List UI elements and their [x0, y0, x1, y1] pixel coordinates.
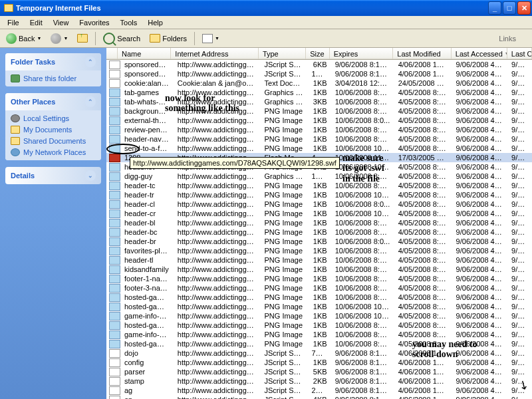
menu-favorites[interactable]: Favorites — [74, 17, 114, 28]
forward-button[interactable]: ▼ — [47, 32, 71, 45]
folder-tasks-header[interactable]: Folder Tasks⌃ — [5, 53, 101, 70]
up-button[interactable]: ↑ — [74, 33, 91, 44]
table-row[interactable]: header-bchttp://www.addictinggames.co...… — [106, 227, 532, 237]
col-modified[interactable]: Last Modified — [393, 48, 452, 59]
search-button[interactable]: Search — [100, 31, 144, 46]
col-type[interactable]: Type — [259, 48, 306, 59]
maximize-button[interactable]: □ — [503, 1, 516, 15]
table-row[interactable]: footer-1-nav-sephttp://www.addictinggame… — [106, 274, 532, 283]
file-icon — [109, 303, 120, 311]
share-folder-link[interactable]: Share this folder — [11, 74, 96, 82]
file-icon — [109, 88, 120, 97]
table-row[interactable]: game-info-sha...http://www.addictinggame… — [106, 330, 532, 339]
other-places-panel: Other Places⌃ Local SettingsMy Documents… — [5, 93, 101, 160]
back-icon — [6, 33, 17, 44]
table-row[interactable]: header-tchttp://www.addictinggames.co...… — [106, 181, 532, 190]
sidebar-item[interactable]: Local Settings — [11, 114, 96, 122]
table-row[interactable]: header-clhttp://www.addictinggames.co...… — [106, 200, 532, 209]
table-row[interactable]: confighttp://www.addictinggames.co...JSc… — [106, 358, 532, 367]
table-row[interactable]: enhttp://www.addictinggames.co...JScript… — [106, 395, 532, 399]
menu-file[interactable]: File — [3, 17, 24, 28]
col-accessed[interactable]: Last Accessed — [452, 48, 507, 59]
file-icon — [109, 321, 120, 330]
titlebar[interactable]: Temporary Internet Files _ □ ✕ — [0, 0, 532, 16]
file-icon — [109, 386, 120, 395]
details-panel: Details⌄ — [5, 167, 101, 184]
table-row[interactable]: header-crhttp://www.addictinggames.co...… — [106, 209, 532, 218]
sidebar-item[interactable]: Shared Documents — [11, 137, 96, 145]
menu-help[interactable]: Help — [143, 17, 168, 28]
menu-tools[interactable]: Tools — [116, 17, 142, 28]
col-address[interactable]: Internet Address — [171, 48, 259, 59]
chevron-up-icon: ⌃ — [85, 57, 96, 67]
sidebar-item[interactable]: My Network Places — [11, 148, 96, 156]
file-icon — [109, 247, 120, 255]
tooltip: http://www.addictinggames.com/D78AQSAKQL… — [130, 157, 340, 169]
file-icon — [109, 275, 120, 283]
folder-icon — [11, 126, 20, 134]
other-places-header[interactable]: Other Places⌃ — [5, 93, 101, 110]
table-row[interactable]: hosted-game-i...http://www.addictinggame… — [106, 293, 532, 302]
table-row[interactable]: background-gr...http://www.addictinggame… — [106, 106, 532, 116]
file-icon — [109, 377, 120, 386]
file-icon — [109, 368, 120, 376]
chevron-up-icon: ⌃ — [85, 96, 96, 107]
file-icon — [109, 209, 120, 218]
table-row[interactable]: footer-3-nav-sephttp://www.addictinggame… — [106, 283, 532, 293]
table-row[interactable]: digg-guyhttp://www.addictinggames.co...G… — [106, 172, 532, 181]
table-row[interactable]: tab-whats-hot-...http://www.addictinggam… — [106, 97, 532, 106]
table-row[interactable]: dojohttp://www.addictinggames.co...JScri… — [106, 348, 532, 358]
back-button[interactable]: Back▼ — [3, 32, 45, 45]
table-row[interactable]: header-blhttp://www.addictinggames.co...… — [106, 218, 532, 227]
views-button[interactable]: ▼ — [199, 33, 223, 45]
file-icon — [109, 265, 120, 274]
file-icon — [109, 200, 120, 209]
table-row[interactable]: header-brhttp://www.addictinggames.co...… — [106, 237, 532, 246]
table-row[interactable]: header-tlhttp://www.addictinggames.co...… — [106, 255, 532, 265]
file-rows[interactable]: sponsored_link...http://www.addictinggam… — [106, 60, 532, 399]
table-row[interactable]: parserhttp://www.addictinggames.co...JSc… — [106, 367, 532, 376]
col-size[interactable]: Size — [306, 48, 329, 59]
table-row[interactable]: stamphttp://www.addictinggames.co...JScr… — [106, 376, 532, 386]
col-name[interactable]: Name — [118, 48, 171, 59]
menu-view[interactable]: View — [49, 17, 74, 28]
table-row[interactable]: sponsored_link...http://www.addictinggam… — [106, 69, 532, 78]
close-button[interactable]: ✕ — [517, 1, 531, 15]
table-row[interactable]: hosted-game-i...http://www.addictinggame… — [106, 321, 532, 330]
file-icon — [109, 107, 120, 116]
minimize-button[interactable]: _ — [488, 1, 501, 15]
table-row[interactable]: send-to-a-friendhttp://www.addictinggame… — [106, 144, 532, 153]
table-row[interactable]: hosted-game-i...http://www.addictinggame… — [106, 339, 532, 348]
window-title: Temporary Internet Files — [16, 4, 101, 12]
table-row[interactable]: external-thum...http://www.addictinggame… — [106, 116, 532, 125]
file-icon — [109, 135, 120, 144]
file-list: Name Internet Address Type Size Expires … — [106, 48, 532, 399]
file-icon — [109, 358, 120, 367]
file-icon — [109, 237, 120, 246]
col-expires[interactable]: Expires — [330, 48, 394, 59]
folders-icon — [150, 34, 160, 43]
table-row[interactable]: cookie:alan & j...Cookie:alan & jan@over… — [106, 78, 532, 88]
links-label[interactable]: Links — [499, 35, 516, 43]
table-row[interactable]: hosted-game-i...http://www.addictinggame… — [106, 302, 532, 311]
folders-button[interactable]: Folders — [146, 33, 190, 44]
sidebar-item[interactable]: My Documents — [11, 126, 96, 134]
table-row[interactable]: sponsored_link...http://www.addictinggam… — [106, 60, 532, 69]
table-row[interactable]: aghttp://www.addictinggames.co...JScript… — [106, 386, 532, 395]
details-header[interactable]: Details⌄ — [5, 167, 101, 184]
table-row[interactable]: kidsandfamilyhttp://www.addictinggames.c… — [106, 265, 532, 274]
forward-icon — [51, 33, 61, 44]
table-row[interactable]: header-nav-sephttp://www.addictinggames.… — [106, 134, 532, 144]
file-icon — [109, 98, 120, 106]
table-row[interactable]: review-pencil-...http://www.addictinggam… — [106, 125, 532, 134]
table-row[interactable]: favorites-plus-...http://www.addictingga… — [106, 246, 532, 255]
folder-icon — [11, 114, 20, 122]
table-row[interactable]: tab-gameshttp://www.addictinggames.co...… — [106, 88, 532, 97]
table-row[interactable]: header-trhttp://www.addictinggames.co...… — [106, 190, 532, 200]
table-row[interactable]: game-info-sha...http://www.addictinggame… — [106, 311, 532, 321]
column-headers: Name Internet Address Type Size Expires … — [106, 48, 532, 60]
menu-edit[interactable]: Edit — [25, 17, 47, 28]
folder-icon — [11, 148, 20, 156]
file-icon — [109, 126, 120, 134]
col-checked[interactable]: Last Ch — [507, 48, 532, 59]
